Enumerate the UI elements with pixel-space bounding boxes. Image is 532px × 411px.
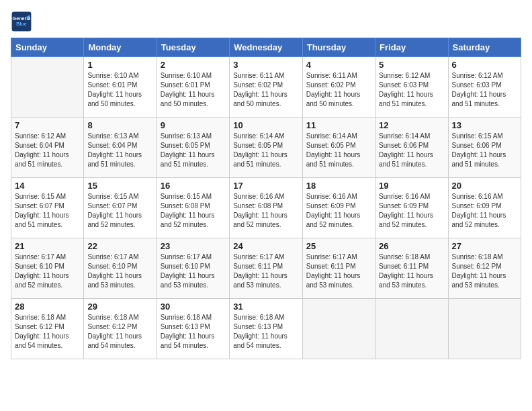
day-number: 11 [306,120,371,130]
day-number: 19 [379,181,444,191]
day-number: 30 [161,302,226,312]
day-info: Sunrise: 6:14 AMSunset: 6:05 PMDaylight:… [233,132,298,169]
calendar-cell: 11Sunrise: 6:14 AMSunset: 6:05 PMDayligh… [302,118,375,178]
calendar-cell: 16Sunrise: 6:15 AMSunset: 6:08 PMDayligh… [157,178,229,238]
day-info: Sunrise: 6:14 AMSunset: 6:05 PMDaylight:… [306,132,371,169]
page-header: General Blue [11,11,521,32]
calendar-cell: 19Sunrise: 6:16 AMSunset: 6:09 PMDayligh… [375,178,448,238]
day-number: 26 [379,241,444,251]
day-number: 12 [379,120,444,130]
logo-icon: General Blue [11,11,32,32]
day-info: Sunrise: 6:18 AMSunset: 6:13 PMDaylight:… [233,313,298,351]
day-number: 29 [87,302,152,312]
day-info: Sunrise: 6:11 AMSunset: 6:02 PMDaylight:… [306,71,371,109]
calendar-cell: 20Sunrise: 6:16 AMSunset: 6:09 PMDayligh… [448,178,521,238]
calendar-cell: 23Sunrise: 6:17 AMSunset: 6:10 PMDayligh… [157,238,229,299]
day-info: Sunrise: 6:18 AMSunset: 6:11 PMDaylight:… [379,253,444,290]
day-number: 14 [15,181,80,191]
calendar-week-row: 1Sunrise: 6:10 AMSunset: 6:01 PMDaylight… [11,57,521,118]
day-number: 3 [233,60,298,70]
day-number: 24 [233,241,298,251]
day-number: 2 [161,60,226,70]
day-info: Sunrise: 6:17 AMSunset: 6:11 PMDaylight:… [306,253,371,290]
day-number: 6 [452,60,517,70]
day-number: 31 [233,302,298,312]
weekday-header-saturday: Saturday [448,38,521,57]
day-number: 13 [452,120,517,130]
day-info: Sunrise: 6:12 AMSunset: 6:03 PMDaylight:… [452,71,517,109]
day-info: Sunrise: 6:15 AMSunset: 6:07 PMDaylight:… [87,192,152,230]
day-number: 7 [15,120,80,130]
day-info: Sunrise: 6:12 AMSunset: 6:04 PMDaylight:… [15,132,80,169]
day-number: 18 [306,181,371,191]
calendar-header-row: SundayMondayTuesdayWednesdayThursdayFrid… [11,38,521,57]
calendar-cell: 27Sunrise: 6:18 AMSunset: 6:12 PMDayligh… [448,238,521,299]
day-number: 5 [379,60,444,70]
calendar-cell: 3Sunrise: 6:11 AMSunset: 6:02 PMDaylight… [230,57,302,118]
calendar-cell: 15Sunrise: 6:15 AMSunset: 6:07 PMDayligh… [84,178,157,238]
day-number: 16 [161,181,226,191]
weekday-header-monday: Monday [84,38,157,57]
calendar-cell: 22Sunrise: 6:17 AMSunset: 6:10 PMDayligh… [84,238,157,299]
calendar-cell: 18Sunrise: 6:16 AMSunset: 6:09 PMDayligh… [302,178,375,238]
day-number: 27 [452,241,517,251]
calendar-cell: 24Sunrise: 6:17 AMSunset: 6:11 PMDayligh… [230,238,302,299]
logo: General Blue [11,11,35,32]
calendar-week-row: 7Sunrise: 6:12 AMSunset: 6:04 PMDaylight… [11,118,521,178]
calendar-cell [302,299,375,359]
day-info: Sunrise: 6:17 AMSunset: 6:11 PMDaylight:… [233,253,298,290]
day-info: Sunrise: 6:17 AMSunset: 6:10 PMDaylight:… [161,253,226,290]
calendar-cell: 9Sunrise: 6:13 AMSunset: 6:05 PMDaylight… [157,118,229,178]
day-number: 1 [87,60,152,70]
calendar-week-row: 14Sunrise: 6:15 AMSunset: 6:07 PMDayligh… [11,178,521,238]
day-info: Sunrise: 6:10 AMSunset: 6:01 PMDaylight:… [161,71,226,109]
day-number: 17 [233,181,298,191]
calendar-cell: 4Sunrise: 6:11 AMSunset: 6:02 PMDaylight… [302,57,375,118]
day-info: Sunrise: 6:18 AMSunset: 6:12 PMDaylight:… [87,313,152,351]
calendar-table: SundayMondayTuesdayWednesdayThursdayFrid… [11,38,521,359]
day-info: Sunrise: 6:15 AMSunset: 6:07 PMDaylight:… [15,192,80,230]
calendar-cell: 26Sunrise: 6:18 AMSunset: 6:11 PMDayligh… [375,238,448,299]
calendar-cell [11,57,84,118]
calendar-week-row: 21Sunrise: 6:17 AMSunset: 6:10 PMDayligh… [11,238,521,299]
calendar-cell: 1Sunrise: 6:10 AMSunset: 6:01 PMDaylight… [84,57,157,118]
calendar-cell: 28Sunrise: 6:18 AMSunset: 6:12 PMDayligh… [11,299,84,359]
day-info: Sunrise: 6:17 AMSunset: 6:10 PMDaylight:… [87,253,152,290]
calendar-cell: 12Sunrise: 6:14 AMSunset: 6:06 PMDayligh… [375,118,448,178]
day-info: Sunrise: 6:13 AMSunset: 6:04 PMDaylight:… [87,132,152,169]
calendar-cell: 30Sunrise: 6:18 AMSunset: 6:13 PMDayligh… [157,299,229,359]
day-number: 25 [306,241,371,251]
calendar-cell: 7Sunrise: 6:12 AMSunset: 6:04 PMDaylight… [11,118,84,178]
calendar-cell [375,299,448,359]
svg-text:Blue: Blue [16,21,27,27]
day-number: 28 [15,302,80,312]
calendar-week-row: 28Sunrise: 6:18 AMSunset: 6:12 PMDayligh… [11,299,521,359]
day-number: 20 [452,181,517,191]
day-info: Sunrise: 6:16 AMSunset: 6:09 PMDaylight:… [379,192,444,230]
day-number: 22 [87,241,152,251]
day-number: 4 [306,60,371,70]
calendar-cell: 29Sunrise: 6:18 AMSunset: 6:12 PMDayligh… [84,299,157,359]
day-info: Sunrise: 6:18 AMSunset: 6:13 PMDaylight:… [161,313,226,351]
calendar-cell: 17Sunrise: 6:16 AMSunset: 6:08 PMDayligh… [230,178,302,238]
day-info: Sunrise: 6:16 AMSunset: 6:09 PMDaylight:… [452,192,517,230]
day-info: Sunrise: 6:14 AMSunset: 6:06 PMDaylight:… [379,132,444,169]
weekday-header-sunday: Sunday [11,38,84,57]
day-info: Sunrise: 6:13 AMSunset: 6:05 PMDaylight:… [161,132,226,169]
calendar-body: 1Sunrise: 6:10 AMSunset: 6:01 PMDaylight… [11,57,521,359]
calendar-cell: 31Sunrise: 6:18 AMSunset: 6:13 PMDayligh… [230,299,302,359]
day-number: 15 [87,181,152,191]
day-info: Sunrise: 6:18 AMSunset: 6:12 PMDaylight:… [452,253,517,290]
calendar-cell: 25Sunrise: 6:17 AMSunset: 6:11 PMDayligh… [302,238,375,299]
calendar-cell: 5Sunrise: 6:12 AMSunset: 6:03 PMDaylight… [375,57,448,118]
day-info: Sunrise: 6:16 AMSunset: 6:08 PMDaylight:… [233,192,298,230]
calendar-cell [448,299,521,359]
day-info: Sunrise: 6:12 AMSunset: 6:03 PMDaylight:… [379,71,444,109]
calendar-cell: 13Sunrise: 6:15 AMSunset: 6:06 PMDayligh… [448,118,521,178]
weekday-header-wednesday: Wednesday [230,38,302,57]
calendar-cell: 6Sunrise: 6:12 AMSunset: 6:03 PMDaylight… [448,57,521,118]
day-info: Sunrise: 6:15 AMSunset: 6:06 PMDaylight:… [452,132,517,169]
calendar-cell: 10Sunrise: 6:14 AMSunset: 6:05 PMDayligh… [230,118,302,178]
weekday-header-friday: Friday [375,38,448,57]
day-number: 21 [15,241,80,251]
